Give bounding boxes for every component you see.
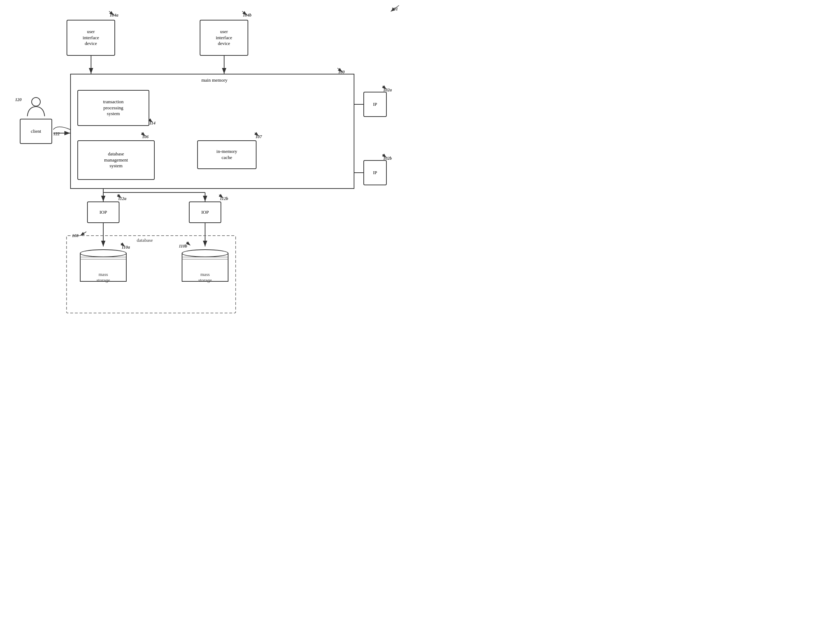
ip-b-box: IP [363,160,387,185]
client-connection-line [36,122,72,137]
tps-label: transactionprocessingsystem [103,99,123,117]
uid-a-box: userinterfacedevice [67,20,115,56]
database-label: database [137,237,153,243]
svg-line-31 [121,243,125,246]
uid-b-box: userinterfacedevice [200,20,248,56]
ref-102b-arrow [381,153,389,159]
svg-line-19 [109,11,114,15]
ref-112b-arrow [217,194,225,199]
uid-a-label: userinterfacedevice [83,29,99,47]
svg-point-25 [32,97,40,106]
svg-line-18 [391,5,399,12]
ref-106-arrow [140,132,148,138]
cache-box: in-memorycache [197,140,256,169]
ref-114-arrow [147,118,155,124]
tps-box: transactionprocessingsystem [77,90,149,126]
cache-label: in-memorycache [217,149,238,161]
diagram: 101 userinterfacedevice 104a userinterfa… [0,0,419,322]
svg-line-29 [219,195,223,198]
ref-100-arrow [336,67,345,73]
ref-110b-arrow [185,241,192,295]
dbms-label: databasemanagementsystem [104,151,128,169]
svg-line-20 [242,11,247,15]
dbms-box: databasemanagementsystem [77,140,155,180]
ref-110a-arrow [119,242,127,296]
ref-120: 120 [15,97,21,102]
ref-108: 108 [72,233,79,238]
ip-a-box: IP [363,92,387,117]
svg-line-22 [149,119,153,122]
client-person-icon [25,97,48,118]
ip-a-label: IP [373,102,378,108]
main-memory-label: main memory [202,77,228,84]
svg-line-30 [80,232,86,236]
svg-line-24 [255,133,259,136]
ref-104b-arrow [240,10,250,16]
svg-line-21 [337,68,342,72]
ref-102a-arrow [381,85,389,91]
svg-line-28 [117,195,121,198]
ref-104a-arrow [107,10,116,16]
svg-line-32 [186,242,190,245]
svg-line-26 [383,86,386,89]
ref-112a-arrow [115,194,123,248]
svg-line-27 [383,154,386,158]
iop-b-label: IOP [202,209,209,215]
ip-b-label: IP [373,170,378,176]
iop-a-box: IOP [87,202,120,223]
ref-107-arrow [253,132,261,138]
iop-a-label: IOP [100,209,107,215]
iop-b-box: IOP [189,202,221,223]
uid-b-label: userinterfacedevice [216,29,232,47]
svg-line-23 [141,133,145,136]
ref-101-arrow [385,3,400,15]
